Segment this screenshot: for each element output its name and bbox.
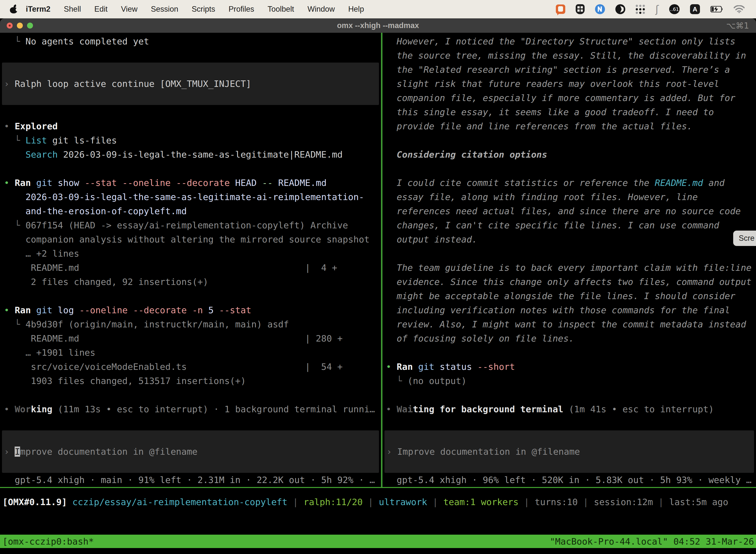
text-segment: The team guideline is to back every impo… [386, 263, 752, 273]
terminal-line: slight risk that future readers may over… [382, 77, 756, 91]
tmux-host-clock: "MacBook-Pro-44.local" 04:52 31-Mar-26 [550, 536, 756, 547]
terminal-line: … +1901 lines [0, 345, 381, 359]
menu-item-profiles[interactable]: Profiles [222, 5, 261, 14]
terminal-line [382, 345, 756, 359]
text-segment: output instead. [386, 234, 477, 244]
terminal-line: └ List git ls-files [0, 133, 381, 148]
menu-item-edit[interactable]: Edit [87, 5, 114, 14]
text-segment: git [418, 362, 434, 372]
terminal-line: including verification notes with those … [382, 303, 756, 317]
text-segment: … +1901 lines [4, 347, 95, 358]
text-segment: team:1 workers [443, 497, 518, 507]
menu-item-scripts[interactable]: Scripts [185, 5, 222, 14]
hook-icon[interactable]: ʃ [655, 3, 659, 15]
text-segment: Ran [397, 362, 413, 372]
text-segment: king [31, 404, 52, 414]
prompt-box[interactable]: › Improve documentation in @filename [384, 430, 754, 473]
text-segment: • [4, 121, 15, 131]
text-segment: git [36, 305, 52, 315]
terminal-line: └ No agents completed yet [0, 34, 381, 48]
text-segment: | [363, 497, 379, 507]
text-segment: └ [386, 376, 407, 386]
terminal-line: output instead. [382, 232, 756, 246]
text-segment: 2026-03-09-is-legal-the-same-as-legitima… [58, 150, 343, 160]
dots-grid-icon[interactable] [636, 4, 645, 14]
text-segment: --oneline [122, 178, 171, 188]
text-segment: | [427, 497, 443, 507]
menu-item-toolbelt[interactable]: Toolbelt [261, 5, 301, 14]
input-source-icon[interactable]: A [690, 4, 700, 14]
terminal-line [0, 105, 381, 119]
text-segment: show [52, 178, 84, 188]
text-segment: including verification notes with those … [386, 305, 730, 315]
text-segment: HEAD [230, 178, 262, 188]
text-segment [413, 362, 418, 372]
close-button[interactable] [7, 22, 13, 29]
right-pane[interactable]: However, I noticed the "Directory Struct… [382, 33, 756, 487]
text-segment: (1m 41s • esc to interrupt) [563, 404, 714, 414]
zoom-button[interactable] [27, 22, 33, 29]
text-segment: • [386, 404, 397, 414]
record-indicator-icon[interactable] [556, 4, 565, 14]
terminal-line [384, 430, 754, 445]
text-segment: --decorate [176, 178, 230, 188]
terminal-line: › Improve documentation in @filename [2, 445, 379, 459]
menu-item-session[interactable]: Session [144, 5, 185, 14]
screen-share-tooltip[interactable]: Scre [733, 231, 756, 246]
text-segment: (no output) [407, 376, 466, 386]
terminal-line [0, 416, 381, 430]
loop-icon[interactable] [615, 4, 625, 14]
timer-badge-icon[interactable]: ..61 [669, 4, 680, 14]
text-segment: Improve documentation in @filename [397, 447, 580, 457]
text-segment: README.md [273, 178, 327, 188]
text-segment: essay file, along with finding root file… [386, 192, 698, 202]
text-segment: git [36, 178, 52, 188]
terminal-line [382, 246, 756, 261]
text-segment: Considering citation options [386, 150, 547, 160]
menu-item-shell[interactable]: Shell [57, 5, 87, 14]
text-segment: changes, I can't cite specific file line… [386, 220, 719, 230]
wifi-icon[interactable] [734, 5, 745, 13]
terminal-line: the source tree, missing the essay. Stil… [382, 48, 756, 63]
grid-shield-icon[interactable] [576, 4, 585, 14]
text-segment: slight risk that future readers may over… [386, 79, 719, 89]
terminal-line: • Ran git log --oneline --decorate -n 5 … [0, 303, 381, 317]
text-segment: ting for background terminal [413, 404, 563, 414]
terminal-line: [OMX#0.11.9] cczip/essay/ai-reimplementa… [2, 495, 728, 509]
terminal-line: › Ralph loop active continue [OMX_TMUX_I… [2, 77, 379, 91]
left-pane[interactable]: └ No agents completed yet › Ralph loop a… [0, 33, 381, 487]
text-segment: --decorate [133, 305, 187, 315]
text-segment: session:12m [594, 497, 653, 507]
text-segment: evidence. Since this change only affects… [386, 277, 752, 287]
text-segment: • [4, 404, 15, 414]
text-segment: companion analysis without altering the … [4, 234, 370, 244]
terminal-line [0, 289, 381, 303]
terminal-line: essay file, along with finding root file… [382, 190, 756, 204]
menu-item-help[interactable]: Help [341, 5, 371, 14]
messages-badge-icon[interactable] [595, 4, 605, 14]
prompt-box[interactable]: › Improve documentation in @filename [2, 430, 379, 473]
text-segment: 2026-03-09-is-legal-the-same-as-legitima… [4, 192, 364, 202]
menu-item-iterm2[interactable]: iTerm2 [26, 5, 57, 14]
text-segment: and [703, 178, 725, 188]
terminal-line [2, 430, 379, 445]
tmux-status-bar[interactable]: [omx-cczip0:bash* "MacBook-Pro-44.local"… [0, 535, 756, 548]
text-segment: -- [262, 178, 272, 188]
terminal-line: I could cite commit statistics or refere… [382, 176, 756, 190]
terminal-line: companion file, especially if more comme… [382, 91, 756, 105]
tmux-session-label: [omx-cczip0:bash* [0, 536, 94, 547]
text-segment: and-the-erosion-of-copyleft.md [4, 206, 187, 216]
text-segment: I [15, 447, 20, 457]
text-segment: the source tree, missing the essay. Stil… [386, 50, 746, 61]
title-bar[interactable]: omx --xhigh --madmax ⌥⌘1 [0, 18, 756, 33]
battery-icon[interactable] [710, 6, 723, 12]
text-segment: Ralph loop active continue [OMX_TMUX_INJ… [15, 79, 251, 89]
menu-item-view[interactable]: View [114, 5, 144, 14]
apple-menu-icon[interactable] [10, 5, 17, 13]
omx-status-bar: [OMX#0.11.9] cczip/essay/ai-reimplementa… [0, 488, 756, 516]
text-segment: 4b9d30f (origin/main, instructkr/main, m… [25, 319, 289, 329]
minimize-button[interactable] [17, 22, 23, 29]
text-segment: List [25, 135, 47, 146]
text-segment: turns:10 [535, 497, 578, 507]
menu-item-window[interactable]: Window [301, 5, 341, 14]
